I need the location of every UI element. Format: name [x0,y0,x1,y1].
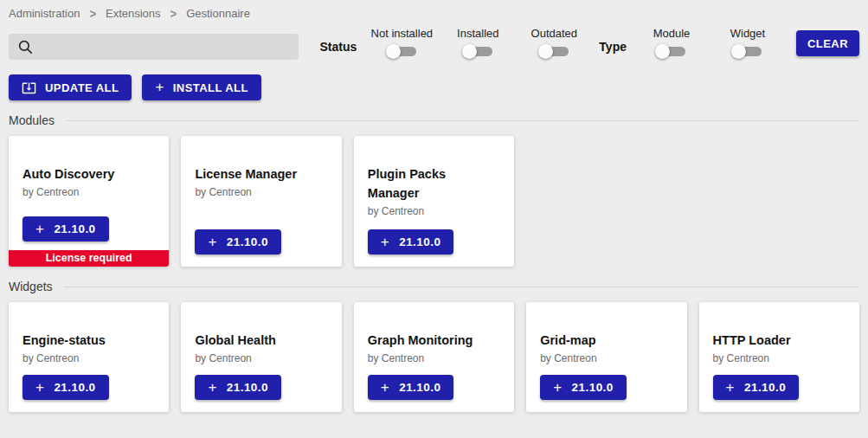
version-label: 21.10.0 [744,381,786,394]
version-label: 21.10.0 [227,381,268,394]
extension-author: by Centreon [181,352,341,364]
extension-card-graph-monitoring[interactable]: Graph Monitoring by Centreon + 21.10.0 [354,302,514,412]
version-label: 21.10.0 [572,381,614,394]
install-all-label: INSTALL ALL [173,81,248,94]
switch-off[interactable] [538,43,570,60]
plus-icon: + [35,380,44,395]
switch-off[interactable] [731,43,763,60]
version-label: 21.10.0 [227,235,268,248]
search-box[interactable] [9,34,299,60]
toggle-label: Module [653,27,691,40]
extension-author: by Centreon [354,352,514,364]
extension-title: HTTP Loader [699,332,859,351]
plus-icon: + [726,380,735,395]
section-divider [64,287,859,287]
update-all-label: UPDATE ALL [45,81,119,94]
install-version-button[interactable]: + 21.10.0 [195,375,281,400]
system-update-icon [22,81,36,95]
install-version-button[interactable]: + 21.10.0 [540,375,627,400]
extension-author: by Centreon [699,352,859,364]
toggle-label: Outdated [531,27,578,40]
search-icon [17,39,34,55]
section-divider [66,120,859,121]
install-version-button[interactable]: + 21.10.0 [368,229,454,254]
toggle-installed[interactable]: Installed [447,27,509,60]
chevron-right-icon: > [170,6,177,21]
toggle-label: Widget [730,27,765,40]
install-all-button[interactable]: + INSTALL ALL [142,74,260,100]
extension-card-engine-status[interactable]: Engine-status by Centreon + 21.10.0 [9,302,169,412]
extension-title: Auto Discovery [9,165,169,184]
switch-knob [538,44,553,59]
install-version-button[interactable]: + 21.10.0 [23,216,109,242]
plus-icon: + [381,380,389,395]
extension-author: by Centreon [9,352,169,364]
clear-button[interactable]: CLEAR [796,30,859,56]
extension-author: by Centreon [9,186,169,198]
section-heading-widgets: Widgets [0,267,868,301]
extension-title: Global Health [181,332,341,351]
breadcrumb-item-administration[interactable]: Administration [9,7,80,20]
install-version-button[interactable]: + 21.10.0 [368,375,454,400]
plus-icon: + [553,380,562,395]
extension-title: License Manager [181,165,341,184]
install-version-button[interactable]: + 21.10.0 [195,229,281,254]
status-filter-label: Status [320,40,357,60]
search-input[interactable] [41,39,290,55]
plus-icon: + [35,222,44,236]
extension-card-grid-map[interactable]: Grid-map by Centreon + 21.10.0 [526,302,686,412]
toggle-outdated[interactable]: Outdated [523,27,585,60]
version-label: 21.10.0 [399,235,440,248]
switch-knob [462,44,477,59]
toggle-label: Not installed [371,27,434,40]
extension-author: by Centreon [526,352,686,364]
extension-title: Plugin Packs Manager [354,165,514,203]
install-version-button[interactable]: + 21.10.0 [713,375,800,400]
install-version-button[interactable]: + 21.10.0 [23,375,109,400]
extension-card-http-loader[interactable]: HTTP Loader by Centreon + 21.10.0 [699,302,859,412]
section-title: Widgets [9,280,53,293]
extension-card-global-health[interactable]: Global Health by Centreon + 21.10.0 [181,302,341,412]
chevron-right-icon: > [89,6,96,21]
extension-card-license-manager[interactable]: License Manager by Centreon + 21.10.0 [181,136,341,267]
section-title: Modules [9,113,55,127]
toggle-widget[interactable]: Widget [717,27,779,60]
plus-icon: + [208,235,216,249]
switch-off[interactable] [386,43,418,60]
breadcrumb: Administration > Extensions > Gestionnai… [0,0,868,23]
type-filter-label: Type [599,40,627,60]
extension-author: by Centreon [354,205,514,217]
switch-off[interactable] [655,43,687,60]
extension-card-plugin-packs-manager[interactable]: Plugin Packs Manager by Centreon + 21.10… [354,136,514,267]
update-all-button[interactable]: UPDATE ALL [9,74,132,100]
breadcrumb-item-extensions[interactable]: Extensions [106,7,161,20]
plus-icon: + [208,380,216,395]
toggle-module[interactable]: Module [640,27,703,60]
section-heading-modules: Modules [0,100,868,135]
plus-icon: + [381,235,389,249]
version-label: 21.10.0 [399,381,440,394]
switch-knob [655,44,670,59]
version-label: 21.10.0 [54,381,95,394]
bulk-actions: UPDATE ALL + INSTALL ALL [0,60,868,100]
toggle-label: Installed [457,27,498,40]
toggle-not-installed[interactable]: Not installed [370,27,433,60]
filter-bar: Status Not installed Installed Outdated … [0,23,868,60]
switch-knob [386,44,401,59]
breadcrumb-item-gestionnaire: Gestionnaire [186,7,250,20]
version-label: 21.10.0 [54,222,95,235]
extension-title: Engine-status [9,332,169,351]
extension-title: Graph Monitoring [354,332,514,351]
license-required-badge: License required [9,250,169,267]
switch-knob [731,44,746,59]
plus-icon: + [155,80,164,94]
modules-grid: Auto Discovery by Centreon + 21.10.0 Lic… [0,135,868,267]
switch-off[interactable] [462,43,494,60]
extension-card-auto-discovery[interactable]: Auto Discovery by Centreon + 21.10.0 Lic… [9,136,169,267]
extension-title: Grid-map [526,332,686,351]
widgets-grid: Engine-status by Centreon + 21.10.0 Glob… [0,301,868,412]
extension-author: by Centreon [181,186,341,198]
